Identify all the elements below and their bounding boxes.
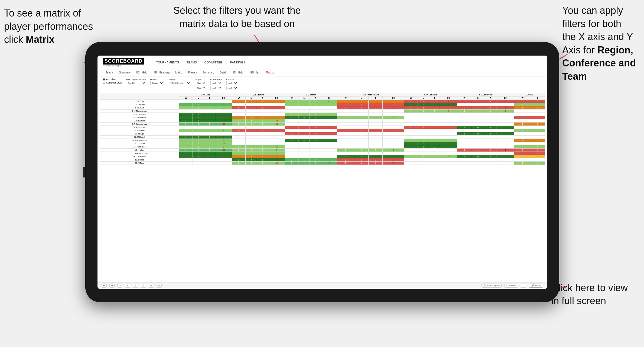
matrix-cell (268, 103, 285, 106)
gender-select[interactable]: Men's (150, 81, 164, 85)
tab-h2h-heatmap[interactable]: H2H Heatmap (150, 69, 173, 76)
matrix-cell: 1 (179, 145, 193, 149)
matrix-cell: 1 (179, 129, 193, 132)
matrix-cell (472, 116, 484, 119)
view-original-button[interactable]: 📋 View: Original (482, 284, 501, 288)
matrix-cell: 1 (514, 106, 531, 110)
tab-h2h-grid2[interactable]: H2H Grid (229, 69, 246, 76)
matrix-cell (404, 152, 418, 155)
matrix-cell: 0 (429, 155, 440, 158)
matrix-cell (531, 113, 545, 116)
conference-select1[interactable]: (All) (210, 81, 222, 85)
zoom-out-button[interactable]: ⊖ (133, 284, 138, 288)
full-view-radio[interactable] (103, 78, 105, 81)
matrix-cell: 24 (268, 116, 285, 119)
table-row: 2. L Clanton210-16110101013100-622 (100, 103, 545, 106)
matrix-cell (321, 142, 337, 145)
matrix-cell (321, 149, 337, 152)
conference-select2[interactable]: (All) (210, 86, 222, 90)
players-select1[interactable]: (All) (226, 81, 238, 85)
matrix-cell (215, 132, 232, 136)
nav-teams[interactable]: TEAMS (186, 60, 198, 65)
player-name-cell: 8. P Summerhays (100, 123, 179, 126)
matrix-cell (457, 158, 472, 162)
matrix-cell: 1 (232, 100, 246, 103)
table-row: 8. P Summerhays520-45220-1612 (100, 123, 545, 126)
tab-summary2[interactable]: Summary (200, 69, 217, 76)
matrix-cell (337, 123, 354, 126)
matrix-cell (204, 158, 215, 162)
matrix-cell: 6 (383, 116, 404, 119)
matrix-cell (440, 113, 457, 116)
matrix-scroll-area[interactable]: 1. W Ding 2. L Clanton 3. J Koivun 4. M … (97, 92, 547, 282)
nav-rankings[interactable]: RANKINGS (229, 60, 246, 65)
matrix-cell: 0 (257, 155, 268, 158)
matrix-cell (368, 119, 382, 123)
refresh-button[interactable]: ⟳ (117, 284, 122, 288)
region-select2[interactable]: N/A (195, 86, 206, 90)
matrix-cell (257, 136, 268, 139)
matrix-cell: 0 (204, 129, 215, 132)
matrix-cell (310, 152, 321, 155)
tab-matrix-active[interactable]: Matrix (263, 69, 277, 76)
matrix-cell (246, 103, 257, 106)
matrix-cell: 0 (285, 132, 298, 136)
matrix-cell (472, 152, 484, 155)
matrix-cell (368, 123, 382, 126)
compact-view-radio[interactable] (103, 82, 105, 84)
app-logo-sub: Powered by clippd (103, 65, 121, 67)
export-button[interactable]: ⊠ (157, 284, 162, 288)
matrix-cell: 0 (310, 126, 321, 129)
matrix-cell (321, 155, 337, 158)
matrix-cell: 0 (310, 103, 321, 106)
matrix-cell (457, 119, 472, 123)
max-players-select[interactable]: Top 25 (126, 81, 146, 85)
matrix-cell (484, 139, 496, 142)
col-header-empty (100, 93, 179, 100)
matrix-cell: 2 (354, 100, 368, 103)
matrix-cell (368, 136, 382, 139)
nav-committee[interactable]: COMMITTEE (203, 60, 223, 65)
tab-h2h-he[interactable]: H2H He... (246, 69, 263, 76)
matrix-cell (514, 136, 531, 139)
matrix-cell (215, 126, 232, 129)
matrix-cell: -16 (268, 119, 285, 123)
compact-view-option[interactable]: Compact View (103, 81, 122, 84)
division-select[interactable]: NCAA Division I (168, 81, 191, 85)
matrix-cell: 1 (472, 110, 484, 113)
share-button[interactable]: 🔗 Share (529, 284, 543, 288)
matrix-cell (257, 110, 268, 113)
matrix-cell: 1 (418, 126, 429, 129)
matrix-cell (484, 129, 496, 132)
players-select2[interactable]: (All) (226, 86, 238, 90)
matrix-cell: 0 (310, 158, 321, 162)
watch-button[interactable]: 👁 Watch ▾ (504, 284, 518, 288)
tab-h2h-grid[interactable]: H2H Grid (133, 69, 150, 76)
tab-detail[interactable]: Detail (217, 69, 229, 76)
full-view-option[interactable]: Full View (103, 78, 122, 81)
zoom-in-button[interactable]: ⊕ (125, 284, 130, 288)
matrix-cell (484, 136, 496, 139)
fullscreen-button[interactable]: ⛶ (521, 284, 526, 288)
nav-tournaments[interactable]: TOURNAMENTS (155, 60, 180, 65)
tab-teams[interactable]: Teams (103, 69, 116, 76)
matrix-table: 1. W Ding 2. L Clanton 3. J Koivun 4. M … (100, 93, 545, 165)
matrix-cell (268, 110, 285, 113)
matrix-cell: -3 (215, 139, 232, 142)
matrix-cell (179, 162, 193, 165)
grid-button[interactable]: ⊞ (149, 284, 154, 288)
matrix-cell (383, 113, 404, 116)
matrix-cell: 2 (179, 152, 193, 155)
tab-players[interactable]: Players (186, 69, 200, 76)
undo-button[interactable]: ↩ (102, 284, 107, 288)
fit-button[interactable]: ⊙ (141, 284, 146, 288)
matrix-cell: 11 (440, 106, 457, 110)
matrix-cell (285, 155, 298, 158)
tab-summary[interactable]: Summary (116, 69, 133, 76)
matrix-cell (514, 110, 531, 113)
region-select1[interactable]: N/A (195, 81, 206, 85)
matrix-cell: 1 (193, 142, 204, 145)
matrix-cell: 5 (321, 116, 337, 119)
redo-button[interactable]: ↪ (109, 284, 115, 288)
tab-matrix[interactable]: Matrix (173, 69, 185, 76)
